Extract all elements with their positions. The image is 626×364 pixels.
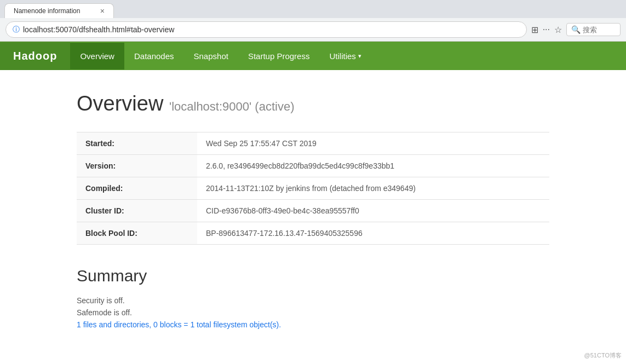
browser-chrome: Namenode information × ⓘ localhost:50070… [0, 0, 626, 42]
page-title: Overview 'localhost:9000' (active) [77, 92, 549, 115]
address-bar[interactable]: ⓘ localhost:50070/dfshealth.html#tab-ove… [5, 21, 527, 38]
qr-icon[interactable]: ⊞ [531, 25, 538, 35]
summary-line: Safemode is off. [77, 308, 549, 317]
table-row: Block Pool ID: BP-896613477-172.16.13.47… [77, 222, 549, 245]
main-content: Overview 'localhost:9000' (active) Start… [0, 70, 626, 354]
row-value: CID-e93676b8-0ff3-49e0-be4c-38ea95557ff0 [197, 200, 549, 222]
row-label: Block Pool ID: [77, 222, 197, 245]
search-box[interactable]: 🔍 [566, 23, 621, 36]
navbar: Hadoop Overview Datanodes Snapshot Start… [0, 42, 626, 70]
table-row: Compiled: 2014-11-13T21:10Z by jenkins f… [77, 177, 549, 200]
navbar-nav: Overview Datanodes Snapshot Startup Prog… [70, 43, 371, 70]
row-label: Compiled: [77, 177, 197, 200]
row-value: 2.6.0, re3496499ecb8d220fba99dc5ed4c99c8… [197, 155, 549, 177]
tab-bar: Namenode information × [0, 0, 626, 18]
search-input[interactable] [583, 26, 616, 34]
page-subtitle: 'localhost:9000' (active) [169, 100, 295, 113]
summary-line[interactable]: 1 files and directories, 0 blocks = 1 to… [77, 320, 549, 329]
nav-item-snapshot[interactable]: Snapshot [184, 43, 238, 70]
summary-title: Summary [77, 267, 549, 285]
overview-table: Started: Wed Sep 25 17:55:47 CST 2019 Ve… [77, 132, 549, 245]
summary-line: Security is off. [77, 296, 549, 305]
security-icon: ⓘ [13, 25, 20, 34]
row-value: BP-896613477-172.16.13.47-1569405325596 [197, 222, 549, 245]
row-value: 2014-11-13T21:10Z by jenkins from (detac… [197, 177, 549, 200]
navbar-brand[interactable]: Hadoop [0, 42, 70, 70]
tab-close-button[interactable]: × [100, 7, 105, 15]
row-label: Cluster ID: [77, 200, 197, 222]
browser-actions: ⊞ ··· ☆ 🔍 [531, 23, 621, 36]
row-value: Wed Sep 25 17:55:47 CST 2019 [197, 132, 549, 155]
tab-title: Namenode information [14, 7, 80, 15]
search-icon: 🔍 [571, 25, 581, 34]
chevron-down-icon: ▾ [358, 53, 361, 60]
table-row: Version: 2.6.0, re3496499ecb8d220fba99dc… [77, 155, 549, 177]
summary-lines: Security is off.Safemode is off.1 files … [77, 296, 549, 329]
address-bar-row: ⓘ localhost:50070/dfshealth.html#tab-ove… [0, 18, 626, 41]
address-text: localhost:50070/dfshealth.html#tab-overv… [23, 25, 520, 34]
row-label: Version: [77, 155, 197, 177]
nav-item-datanodes[interactable]: Datanodes [124, 43, 184, 70]
more-options-icon[interactable]: ··· [543, 25, 550, 34]
row-label: Started: [77, 132, 197, 155]
table-row: Started: Wed Sep 25 17:55:47 CST 2019 [77, 132, 549, 155]
nav-item-overview[interactable]: Overview [70, 43, 124, 70]
bookmark-icon[interactable]: ☆ [554, 25, 562, 35]
browser-tab[interactable]: Namenode information × [4, 3, 114, 18]
nav-item-startup-progress[interactable]: Startup Progress [238, 43, 320, 70]
nav-item-utilities[interactable]: Utilities ▾ [319, 43, 371, 70]
table-row: Cluster ID: CID-e93676b8-0ff3-49e0-be4c-… [77, 200, 549, 222]
